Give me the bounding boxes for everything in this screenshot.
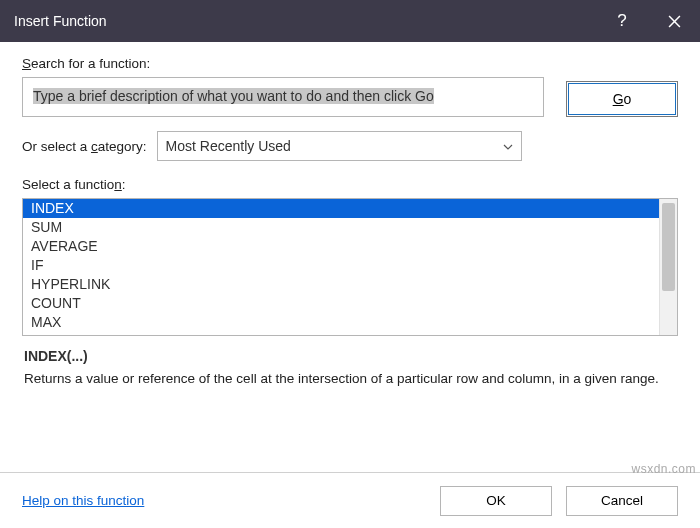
list-item[interactable]: INDEX <box>23 199 659 218</box>
cancel-button[interactable]: Cancel <box>566 486 678 516</box>
search-input-text: Type a brief description of what you wan… <box>33 88 434 104</box>
function-description-text: Returns a value or reference of the cell… <box>24 370 676 389</box>
list-item[interactable]: SUM <box>23 218 659 237</box>
dialog-footer: Help on this function OK Cancel <box>0 472 700 528</box>
list-item[interactable]: COUNT <box>23 294 659 313</box>
close-button[interactable] <box>648 0 700 42</box>
list-item[interactable]: AVERAGE <box>23 237 659 256</box>
category-selected: Most Recently Used <box>166 138 291 154</box>
close-icon <box>668 15 681 28</box>
function-listbox[interactable]: INDEXSUMAVERAGEIFHYPERLINKCOUNTMAX <box>22 198 678 336</box>
category-select[interactable]: Most Recently Used <box>157 131 522 161</box>
scrollbar[interactable] <box>659 199 677 335</box>
function-list-label: Select a function: <box>22 177 678 192</box>
scrollbar-thumb[interactable] <box>662 203 675 291</box>
list-item[interactable]: MAX <box>23 313 659 332</box>
dialog-title: Insert Function <box>14 13 596 29</box>
dialog-content: Search for a function: Type a brief desc… <box>0 42 700 389</box>
search-input[interactable]: Type a brief description of what you wan… <box>22 77 544 117</box>
ok-button[interactable]: OK <box>440 486 552 516</box>
search-label: Search for a function: <box>22 56 544 71</box>
category-label: Or select a category: <box>22 139 147 154</box>
go-button[interactable]: Go <box>566 81 678 117</box>
list-item[interactable]: HYPERLINK <box>23 275 659 294</box>
chevron-down-icon <box>503 140 513 152</box>
help-button[interactable]: ? <box>596 0 648 42</box>
function-signature: INDEX(...) <box>24 348 676 364</box>
help-link[interactable]: Help on this function <box>22 493 426 508</box>
titlebar: Insert Function ? <box>0 0 700 42</box>
list-item[interactable]: IF <box>23 256 659 275</box>
function-description: INDEX(...) Returns a value or reference … <box>22 344 678 389</box>
